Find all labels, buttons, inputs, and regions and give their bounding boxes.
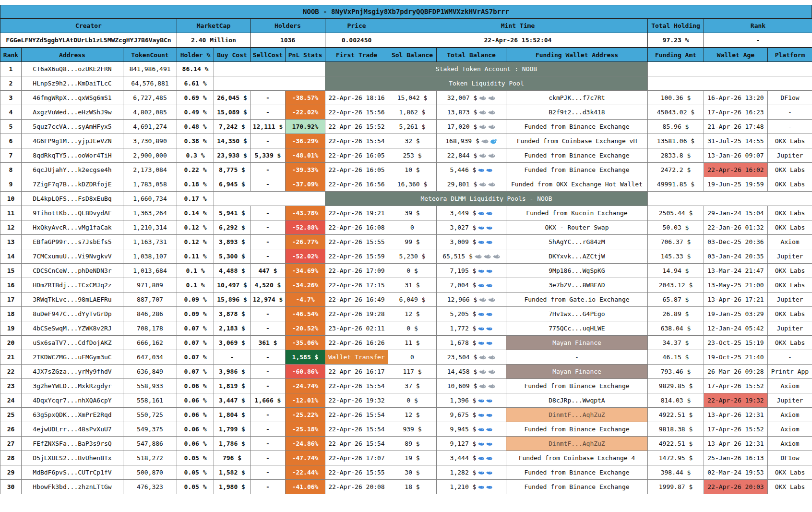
cell-sell-cost: 1,666 $ — [251, 393, 286, 408]
cell-buy-cost: 23,938 $ — [214, 148, 251, 163]
cell-holder-pct: 0.14 % — [177, 206, 214, 220]
cell-funding-wallet: Mayan Finance — [506, 336, 648, 350]
total-balance-amount: 3,449 $ — [450, 209, 477, 217]
cell-wallet-age: 12-Jan-24 05:42 — [704, 321, 768, 336]
cell-total-balance: 65,515 $ — [437, 249, 506, 264]
cell-holder-pct: 0.22 % — [177, 163, 214, 177]
cell-sell-cost: - — [251, 91, 286, 105]
cell-sol-balance: 18 $ — [388, 480, 437, 494]
summary-value-rank: - — [704, 33, 812, 48]
total-balance-amount: 32,007 $ — [447, 94, 478, 101]
cell-total-balance: 7,004 $ — [437, 278, 506, 293]
cell-sell-cost: 361 $ — [251, 336, 286, 350]
cell-sell-cost: - — [251, 365, 286, 379]
cell-platform: Jupiter — [768, 393, 812, 408]
table-row: 15CDCSCnCeW...phDeNDN3r1,013,6840.1 %4,4… — [0, 264, 812, 278]
cell-funding-wallet: D8cJRp...WwqptA — [506, 393, 648, 408]
cell-sol-balance: 12 $ — [388, 408, 437, 422]
cell-pnl: -25.18% — [286, 422, 325, 437]
cell-buy-cost: 1,786 $ — [214, 437, 251, 451]
cell-pnl: -12.01% — [286, 393, 325, 408]
fish-icon — [478, 326, 484, 331]
cell-holder-pct: 0.05 % — [177, 465, 214, 480]
cell-wallet-age: 25-Jan-26 16:13 — [704, 451, 768, 465]
table-row: 147CMCxumuU...Vi9NvgkvV1,038,1070.11 %5,… — [0, 249, 812, 264]
cell-pnl: -43.78% — [286, 206, 325, 220]
cell-rank: 27 — [0, 437, 22, 451]
cell-sell-cost: 12,974 $ — [251, 293, 286, 307]
cell-holder-pct: 0.12 % — [177, 220, 214, 235]
cell-rank: 22 — [0, 365, 22, 379]
total-balance-amount: 1,396 $ — [450, 397, 477, 404]
cell-first-trade: 22-Apr-26 15:54 — [325, 379, 388, 393]
cell-token-count: 1,038,107 — [123, 249, 177, 264]
cell-rank: 11 — [0, 206, 22, 220]
cell-sell-cost: 447 $ — [251, 264, 286, 278]
cell-total-balance: 168,939 $ — [437, 134, 506, 148]
whale-icon — [490, 138, 497, 144]
total-balance-value: 12,966 $ — [438, 296, 505, 303]
summary-value-holders: 1036 — [251, 33, 325, 48]
cell-rank: 19 — [0, 321, 22, 336]
cell-wallet-age: 19-Jan-25 03:29 — [704, 307, 768, 321]
cell-first-trade: 22-Apr-26 16:08 — [325, 220, 388, 235]
fish-icon — [486, 398, 492, 403]
cell-sell-cost: - — [251, 307, 286, 321]
summary-value-price: 0.002450 — [325, 33, 388, 48]
cell-funding-wallet: 5hAgYC...rG84zM — [506, 235, 648, 249]
cell-first-trade: 22-Apr-26 16:17 — [325, 365, 388, 379]
fish-icon — [478, 484, 484, 490]
cell-sell-cost: - — [251, 437, 286, 451]
shark-icon — [488, 369, 495, 375]
cell-sell-cost: - — [251, 134, 286, 148]
column-header-pnl-stats: PnL Stats — [286, 48, 325, 62]
fish-icon — [478, 167, 484, 173]
cell-first-trade: 22-Apr-26 17:09 — [325, 264, 388, 278]
cell-wallet-age: 13-Apr-26 12:31 — [704, 437, 768, 451]
cell-rank: 5 — [0, 120, 22, 134]
cell-platform: - — [768, 105, 812, 120]
cell-first-trade: 22-Apr-26 15:54 — [325, 408, 388, 422]
fish-icon — [478, 239, 484, 245]
cell-funding-wallet: 7Hv1wx...G4PEgo — [506, 307, 648, 321]
table-row: 64G6FP9g1M...yjpJEeVZN3,730,8900.38 %14,… — [0, 134, 812, 148]
table-row: 30HbowFk3bd...zhznLTtGw476,3230.05 %1,98… — [0, 480, 812, 494]
cell-sell-cost: - — [251, 177, 286, 192]
cell-platform: OKX Labs — [768, 307, 812, 321]
cell-first-trade: 22-Apr-26 19:28 — [325, 307, 388, 321]
cell-funding-wallet: Funded from Gate.io Exchange — [506, 293, 648, 307]
token-summary-table: CreatorMarketCapHoldersPriceMint TimeTot… — [0, 18, 812, 48]
cell-pnl: -38.57% — [286, 91, 325, 105]
summary-header-mint-time: Mint Time — [388, 19, 648, 33]
cell-rank: 24 — [0, 393, 22, 408]
cell-sol-balance: 15,042 $ — [388, 91, 437, 105]
summary-value-marketcap: 2.40 Million — [177, 33, 251, 48]
cell-address: 5quz7ccVA...syAmHFyx5 — [22, 120, 123, 134]
cell-funding-amt: 2833.8 $ — [648, 148, 704, 163]
cell-total-balance: 13,873 $ — [437, 105, 506, 120]
total-balance-value: 13,873 $ — [438, 109, 505, 116]
cell-sol-balance: 0 $ — [388, 393, 437, 408]
total-balance-amount: 9,127 $ — [450, 440, 477, 447]
cell-holder-pct: 0.06 % — [177, 437, 214, 451]
cell-address: MdBdF6pvS...CUTrCp1fV — [22, 465, 123, 480]
total-balance-value: 7,004 $ — [438, 281, 505, 289]
column-header-platform: Platform — [768, 48, 812, 62]
table-row: 20uSx6saTV7...CdfDojAKZ666,1620.07 %3,06… — [0, 336, 812, 350]
cell-platform: DF1ow — [768, 91, 812, 105]
cell-buy-cost: 2,183 $ — [214, 321, 251, 336]
total-balance-value: 23,504 $ — [438, 354, 505, 361]
cell-buy-cost: 6,945 $ — [214, 177, 251, 192]
shark-icon — [488, 124, 495, 130]
cell-funding-wallet: Funded from Coinbase Exchange 4 — [506, 451, 648, 465]
cell-address: CT6aX6uQ8...ozUKE2FRN — [22, 62, 123, 76]
table-row: 10DL4kpLQFS...FsD8xEuBq1,660,7340.17 %Me… — [0, 192, 812, 206]
cell-pnl: -24.74% — [286, 379, 325, 393]
cell-pnl: -41.06% — [286, 480, 325, 494]
cell-token-count: 6,727,485 — [123, 91, 177, 105]
cell-address: CDCSCnCeW...phDeNDN3r — [22, 264, 123, 278]
total-balance-amount: 7,004 $ — [450, 281, 477, 289]
cell-total-balance: 9,127 $ — [437, 437, 506, 451]
cell-funding-wallet: Funded from Binance Exchange — [506, 480, 648, 494]
total-balance-value: 29,801 $ — [438, 181, 505, 188]
